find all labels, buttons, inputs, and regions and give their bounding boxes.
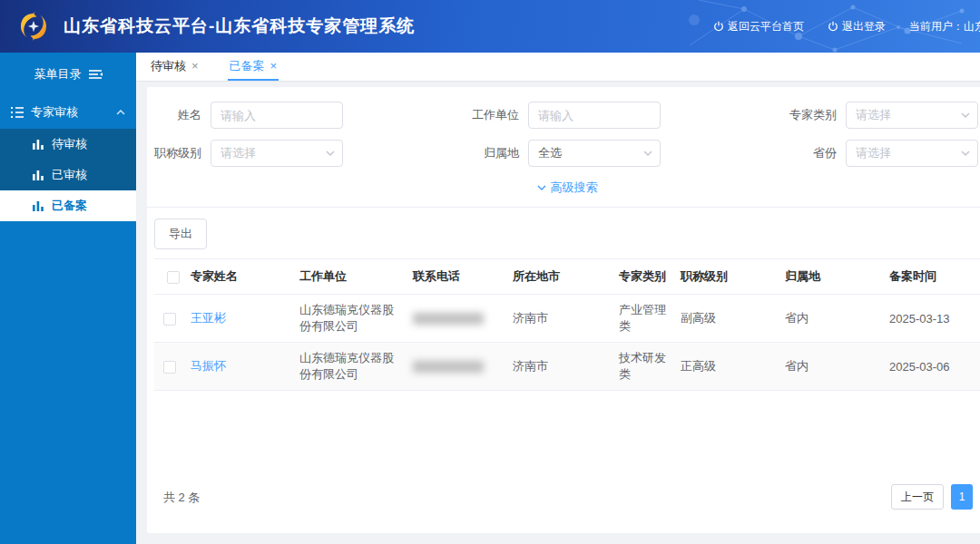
col-expert-name: 专家姓名 <box>181 259 290 295</box>
province-select[interactable]: 请选择 <box>846 140 978 167</box>
col-city: 所在地市 <box>504 259 610 295</box>
col-title-level: 职称级别 <box>671 259 776 295</box>
chevron-down-icon <box>961 151 970 156</box>
chevron-down-icon <box>326 151 335 156</box>
cell-category: 产业管理类 <box>610 295 671 343</box>
advanced-search-label: 高级搜索 <box>551 180 598 196</box>
cell-city: 济南市 <box>504 343 610 391</box>
cell-region: 省内 <box>776 295 880 343</box>
cell-record-date: 2025-03-13 <box>880 295 980 343</box>
close-icon[interactable]: × <box>270 59 278 73</box>
advanced-search-toggle[interactable]: 高级搜索 <box>147 178 980 198</box>
app-header: 山东省科技云平台-山东省科技专家管理系统 返回云平台首页 退出登录 当前用户：山… <box>0 0 980 53</box>
bar-chart-icon <box>33 201 44 211</box>
collapse-menu-icon <box>88 69 103 80</box>
sidebar-group-label: 专家审核 <box>31 104 116 121</box>
cell-city: 济南市 <box>504 295 610 343</box>
phone-redacted <box>413 361 484 373</box>
region-field-label: 归属地 <box>465 145 528 161</box>
prev-page-button[interactable]: 上一页 <box>891 484 944 510</box>
sidebar-item-label: 待审核 <box>52 136 87 152</box>
col-region: 归属地 <box>776 259 880 295</box>
expert-name-link[interactable]: 王亚彬 <box>191 311 226 325</box>
col-category: 专家类别 <box>610 259 671 295</box>
current-user-label: 当前用户：山东 <box>909 19 980 34</box>
select-value: 全选 <box>538 145 562 161</box>
close-icon[interactable]: × <box>191 59 199 73</box>
cell-work-unit: 山东德瑞克仪器股份有限公司 <box>290 295 404 343</box>
cell-title-level: 正高级 <box>671 343 776 391</box>
platform-logo-icon <box>15 7 53 45</box>
table-row: 王亚彬 山东德瑞克仪器股份有限公司 济南市 产业管理类 副高级 省内 2025-… <box>154 295 980 343</box>
work-unit-input[interactable] <box>528 102 661 129</box>
row-checkbox[interactable] <box>163 313 176 325</box>
search-form: 姓名 工作单位 专家类别 请选择 职称级别 请选择 <box>147 87 980 198</box>
expert-category-field-label: 专家类别 <box>782 107 846 123</box>
page-title: 山东省科技云平台-山东省科技专家管理系统 <box>64 15 415 38</box>
return-home-label: 返回云平台首页 <box>728 19 804 34</box>
menu-directory-label: 菜单目录 <box>34 66 82 83</box>
table-header-row: 专家姓名 工作单位 联系电话 所在地市 专家类别 职称级别 归属地 备案时间 <box>154 259 980 295</box>
power-icon <box>713 21 724 32</box>
select-placeholder: 请选择 <box>856 145 891 161</box>
sidebar-item-reviewed[interactable]: 已审核 <box>0 160 136 190</box>
sidebar-item-pending-review[interactable]: 待审核 <box>0 129 136 160</box>
select-placeholder: 请选择 <box>856 107 891 123</box>
chevron-down-icon <box>537 185 546 190</box>
col-phone: 联系电话 <box>404 259 504 295</box>
col-record-date: 备案时间 <box>880 259 980 295</box>
section-divider <box>147 207 980 208</box>
row-checkbox[interactable] <box>163 361 176 374</box>
sidebar-item-label: 已审核 <box>52 167 87 183</box>
logout-link[interactable]: 退出登录 <box>828 19 886 34</box>
tab-label: 待审核 <box>151 58 186 74</box>
menu-directory-header[interactable]: 菜单目录 <box>0 53 136 89</box>
sidebar-group-expert-review[interactable]: 专家审核 <box>0 96 136 129</box>
sidebar: 菜单目录 专家审核 待审核 已审核 <box>0 53 136 544</box>
list-icon <box>11 107 24 118</box>
page-number-button[interactable]: 1 <box>951 484 973 510</box>
chevron-up-icon <box>116 110 125 115</box>
title-level-select[interactable]: 请选择 <box>211 140 343 167</box>
cell-region: 省内 <box>776 343 880 391</box>
col-work-unit: 工作单位 <box>290 259 404 295</box>
select-placeholder: 请选择 <box>220 145 256 161</box>
sidebar-item-filed[interactable]: 已备案 <box>0 190 136 221</box>
region-select[interactable]: 全选 <box>528 140 661 167</box>
chevron-down-icon <box>961 112 970 118</box>
cell-title-level: 副高级 <box>671 295 776 343</box>
cell-category: 技术研发类 <box>610 343 671 391</box>
power-icon <box>828 21 838 32</box>
cell-record-date: 2025-03-06 <box>880 343 980 391</box>
bar-chart-icon <box>33 170 44 180</box>
logout-label: 退出登录 <box>842 19 886 34</box>
tab-label: 已备案 <box>230 58 265 74</box>
name-input[interactable] <box>211 102 343 129</box>
cell-work-unit: 山东德瑞克仪器股份有限公司 <box>290 343 404 391</box>
work-unit-field-label: 工作单位 <box>465 107 528 123</box>
tab-pending-review[interactable]: 待审核 × <box>149 53 201 81</box>
bar-chart-icon <box>33 140 44 150</box>
select-all-checkbox[interactable] <box>167 271 180 284</box>
expert-name-link[interactable]: 马振怀 <box>191 359 226 373</box>
pagination: 上一页 1 <box>891 484 973 510</box>
tab-filed[interactable]: 已备案 × <box>228 53 279 81</box>
title-level-field-label: 职称级别 <box>147 145 211 161</box>
sidebar-submenu: 待审核 已审核 已备案 <box>0 129 136 221</box>
export-button[interactable]: 导出 <box>154 219 207 249</box>
expert-category-select[interactable]: 请选择 <box>846 102 978 129</box>
content-card: 姓名 工作单位 专家类别 请选择 职称级别 请选择 <box>147 87 980 533</box>
chevron-down-icon <box>643 151 652 156</box>
table-row: 马振怀 山东德瑞克仪器股份有限公司 济南市 技术研发类 正高级 省内 2025-… <box>154 343 980 391</box>
sidebar-item-label: 已备案 <box>52 198 87 214</box>
total-count-label: 共 2 条 <box>163 490 200 506</box>
phone-redacted <box>413 313 484 325</box>
province-field-label: 省份 <box>782 145 846 161</box>
tab-bar: 待审核 × 已备案 × <box>136 53 980 82</box>
name-field-label: 姓名 <box>147 107 211 123</box>
return-home-link[interactable]: 返回云平台首页 <box>713 19 804 34</box>
experts-table: 专家姓名 工作单位 联系电话 所在地市 专家类别 职称级别 归属地 备案时间 王… <box>154 258 980 391</box>
